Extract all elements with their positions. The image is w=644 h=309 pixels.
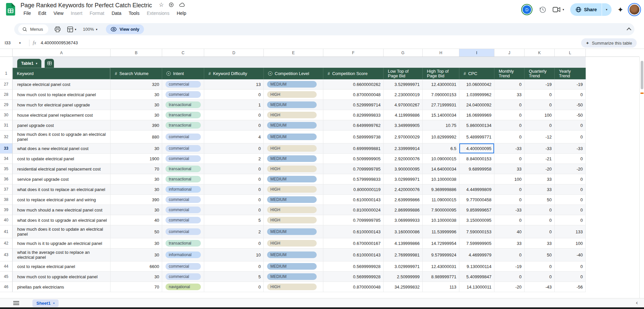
competition-chip[interactable]: MEDIUM [267,176,317,182]
cell-intent[interactable]: transactional [162,100,204,110]
cell-volume[interactable]: 30 [111,174,162,184]
intent-chip[interactable]: commercial [165,217,201,223]
header-quarterly-trend[interactable]: Quarterly Trend [525,68,555,79]
print-button[interactable] [54,26,61,33]
competition-chip[interactable]: MEDIUM [267,196,317,203]
cell-cpc[interactable]: 8.840000153 [459,154,494,164]
cell-score[interactable]: 0.6100000143 [323,225,384,238]
competition-chip[interactable]: MEDIUM [267,251,317,258]
cell-cpc[interactable]: 9.68999958 [459,164,494,174]
cell-volume[interactable]: 30 [111,249,162,261]
cell-keyword[interactable]: how much should a new electrical panel c… [13,205,111,215]
cell-high[interactable]: 10.75 [423,120,459,131]
cell-volume[interactable]: 50 [111,225,162,238]
header-competition-level[interactable]: ▾Competition Level [264,68,323,79]
version-history-icon[interactable] [538,6,547,14]
cell-cpc[interactable]: 4.449999809 [459,184,494,195]
cell-quarterly[interactable]: 0 [525,261,555,272]
cell-cpc[interactable]: 7.590000153 [459,225,494,238]
cell-volume[interactable]: 30 [111,143,162,154]
column-letter-D[interactable]: D [204,49,264,57]
cell-high[interactable]: 11.53999996 [423,225,459,238]
cell-monthly[interactable]: 0 [494,110,525,120]
cell-high[interactable]: 15.14000034 [423,110,459,120]
cell-score[interactable]: 0.8000000119 [323,184,384,195]
join-call-button[interactable]: ▾ [553,6,564,13]
cell-low[interactable]: 3.349999905 [384,120,423,131]
cell-intent[interactable]: commercial [162,225,204,238]
cell-quarterly[interactable]: 0 [525,272,555,282]
table-grid-button[interactable] [45,59,54,68]
column-letter-L[interactable]: L [555,49,586,57]
cell-low[interactable]: 2.769999981 [384,249,423,261]
cell-monthly[interactable]: -19 [494,261,525,272]
header-monthly-trend[interactable]: Monthly Trend [494,68,525,79]
header-search-volume[interactable]: #Search Volume [111,68,162,79]
intent-chip[interactable]: commercial [165,91,201,98]
row-number-39[interactable]: 39 [0,205,13,215]
cell-intent[interactable]: commercial [162,272,204,282]
cell-difficulty[interactable]: 0 [204,282,264,292]
header-keyword[interactable]: Keyword [13,68,111,79]
cell-high[interactable]: 8.989999771 [423,272,459,282]
cell-volume[interactable]: 30 [111,184,162,195]
intent-chip[interactable]: transactional [165,112,201,118]
cell-keyword[interactable]: residential electrical panel replacement… [13,164,111,174]
cell-yearly[interactable]: 0 [555,154,586,164]
cell-yearly[interactable]: 133 [555,225,586,238]
cell-level[interactable]: MEDIUM [264,131,323,143]
cell-level[interactable]: HIGH [264,90,323,100]
intent-chip[interactable]: commercial [165,81,201,88]
table-views-caret-icon[interactable]: ▾ [75,28,76,31]
cell-quarterly[interactable]: -19 [525,79,555,90]
competition-chip[interactable]: HIGH [267,186,317,193]
cell-cpc[interactable]: 5.409999847 [459,272,494,282]
cell-keyword[interactable]: house electrical panel replacement cost [13,110,111,120]
row-number-32[interactable]: 32 [0,131,13,143]
intent-chip[interactable]: transactional [165,122,201,129]
column-letter-A[interactable]: A [13,49,111,57]
header-keyword-difficulty[interactable]: #Keyword Difficulty [204,68,264,79]
cell-yearly[interactable]: -50 [555,100,586,110]
intent-chip[interactable]: informational [165,186,201,193]
row-number-header[interactable]: 1 [0,68,13,79]
cell-volume[interactable]: 70 [111,282,162,292]
cell-cpc[interactable]: 1.039999962 [459,90,494,100]
row-number-28[interactable]: 28 [0,90,13,100]
cell-score[interactable]: 0.8700000048 [323,282,384,292]
cell-monthly[interactable]: 0 [494,272,525,282]
column-letter-K[interactable]: K [525,49,555,57]
cell-intent[interactable]: commercial [162,90,204,100]
cell-low[interactable]: 2.920000076 [384,154,423,164]
row-number-29[interactable]: 29 [0,100,13,110]
cell-monthly[interactable]: 0 [494,195,525,205]
cell-difficulty[interactable]: 0 [204,261,264,272]
cell-score[interactable]: 0.8299999833 [323,110,384,120]
intent-chip[interactable]: commercial [165,273,201,280]
cell-cpc[interactable]: 5.860000134 [459,120,494,131]
share-dropdown[interactable]: ▾ [602,3,612,16]
cell-level[interactable]: HIGH [264,215,323,225]
competition-chip[interactable]: MEDIUM [267,273,317,280]
row-number-31[interactable]: 31 [0,120,13,131]
competition-chip[interactable]: MEDIUM [267,134,317,140]
cell-difficulty[interactable]: 5 [204,215,264,225]
row-number-40[interactable]: 40 [0,215,13,225]
cell-yearly[interactable]: 0 [555,120,586,131]
cell-intent[interactable]: commercial [162,205,204,215]
cell-level[interactable]: MEDIUM [264,79,323,90]
cell-level[interactable]: MEDIUM [264,249,323,261]
cell-cpc[interactable]: 10.06000042 [459,79,494,90]
cell-volume[interactable]: 40 [111,215,162,225]
cell-difficulty[interactable]: 0 [204,238,264,249]
cell-intent[interactable]: navigational [162,282,204,292]
cell-low[interactable]: 4.970000267 [384,100,423,110]
cell-volume[interactable]: 30 [111,90,162,100]
cell-volume[interactable]: 320 [111,79,162,90]
cell-difficulty[interactable]: 0 [204,184,264,195]
row-number-36[interactable]: 36 [0,174,13,184]
cell-score[interactable]: 0.5099999905 [323,154,384,164]
cell-volume[interactable]: 30 [111,205,162,215]
competition-chip[interactable]: MEDIUM [267,155,317,162]
cell-difficulty[interactable]: 0 [204,120,264,131]
